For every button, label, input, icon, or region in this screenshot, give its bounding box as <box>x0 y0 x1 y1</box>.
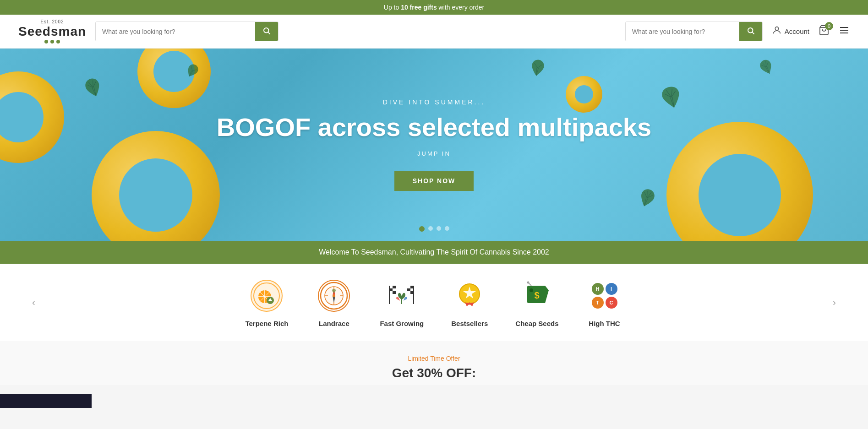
hero-subtitle: DIVE INTO SUMMER... <box>217 98 651 106</box>
search-icon-right <box>747 27 755 36</box>
svg-rect-38 <box>410 288 414 291</box>
cheap-seeds-icon: $ <box>521 280 553 312</box>
search-input-left[interactable] <box>96 22 255 41</box>
account-icon <box>772 25 782 38</box>
terpene-rich-icon-wrapper <box>248 277 285 314</box>
svg-rect-27 <box>389 286 393 288</box>
landrace-label: Landrace <box>319 320 349 327</box>
bestsellers-icon-wrapper <box>451 277 488 314</box>
logo-dots <box>44 40 60 43</box>
svg-point-2 <box>748 28 753 33</box>
carousel-dot-4[interactable] <box>445 226 449 231</box>
category-terpene-rich[interactable]: Terpene Rich <box>245 277 288 327</box>
cheap-seeds-icon-wrapper: $ <box>519 277 555 314</box>
top-banner: Up to 10 free gifts with every order <box>0 0 868 15</box>
hero-content: DIVE INTO SUMMER... BOGOF across selecte… <box>217 98 651 191</box>
svg-rect-39 <box>407 291 410 294</box>
terpene-rich-icon <box>251 280 283 312</box>
bestsellers-icon <box>453 280 486 312</box>
shop-now-button[interactable]: SHOP NOW <box>394 171 474 191</box>
thc-c-circle: C <box>606 297 617 309</box>
account-label: Account <box>785 27 809 35</box>
info-bar: Welcome To Seedsman, Cultivating The Spi… <box>0 241 868 264</box>
svg-rect-40 <box>410 291 414 294</box>
cart-button[interactable]: 0 <box>819 25 830 38</box>
fast-growing-icon-wrapper <box>383 277 420 314</box>
bottom-dark-bar <box>0 394 92 408</box>
thc-t-circle: T <box>592 297 604 309</box>
svg-rect-37 <box>407 288 410 291</box>
header: Est. 2002 Seedsman <box>0 15 868 49</box>
svg-point-25 <box>333 294 335 297</box>
cheap-seeds-label: Cheap Seeds <box>515 320 558 327</box>
search-button-right[interactable] <box>739 22 762 41</box>
info-bar-text: Welcome To Seedsman, Cultivating The Spi… <box>319 248 549 256</box>
categories-list: Terpene Rich <box>49 277 819 327</box>
category-landrace[interactable]: Landrace <box>316 277 352 327</box>
thc-i-circle: I <box>606 283 617 295</box>
bestsellers-label: Bestsellers <box>451 320 488 327</box>
svg-line-1 <box>268 32 270 34</box>
svg-point-45 <box>530 288 533 292</box>
landrace-icon-wrapper <box>316 277 352 314</box>
fast-growing-icon <box>386 280 418 312</box>
svg-line-47 <box>529 283 531 286</box>
logo[interactable]: Est. 2002 Seedsman <box>18 19 86 43</box>
thc-h-circle: H <box>592 283 604 295</box>
svg-line-3 <box>752 32 754 34</box>
carousel-dot-1[interactable] <box>419 226 425 232</box>
landrace-icon <box>318 280 350 312</box>
terpene-rich-label: Terpene Rich <box>245 320 288 327</box>
carousel-dots <box>419 226 449 232</box>
category-high-thc[interactable]: H I T C High THC <box>586 277 623 327</box>
svg-rect-28 <box>393 286 396 288</box>
high-thc-label: High THC <box>589 320 620 327</box>
search-input-right[interactable] <box>626 22 739 41</box>
search-button-left[interactable] <box>255 22 278 41</box>
hamburger-menu[interactable] <box>839 25 850 38</box>
svg-text:$: $ <box>534 290 539 300</box>
category-cheap-seeds[interactable]: $ Cheap Seeds <box>515 277 558 327</box>
logo-name: Seedsman <box>18 24 86 39</box>
fast-growing-label: Fast Growing <box>380 320 424 327</box>
limited-offer-label: Limited Time Offer <box>9 355 859 362</box>
account-button[interactable]: Account <box>772 25 809 38</box>
banner-text: Up to 10 free gifts with every order <box>384 4 484 11</box>
category-bestsellers[interactable]: Bestsellers <box>451 277 488 327</box>
categories-prev-arrow[interactable]: ‹ <box>27 293 40 312</box>
svg-rect-32 <box>393 291 396 294</box>
limited-offer-title: Get 30% OFF: <box>9 366 859 380</box>
svg-rect-36 <box>410 286 414 288</box>
svg-rect-30 <box>393 288 396 291</box>
svg-rect-35 <box>407 286 410 288</box>
carousel-dot-3[interactable] <box>437 226 441 231</box>
thc-circles: H I T C <box>592 283 617 309</box>
carousel-dot-2[interactable] <box>428 226 433 231</box>
categories-section: ‹ <box>0 264 868 341</box>
svg-rect-31 <box>389 291 393 294</box>
limited-offer-section: Limited Time Offer Get 30% OFF: <box>0 341 868 385</box>
search-bar-right <box>625 22 763 41</box>
category-fast-growing[interactable]: Fast Growing <box>380 277 424 327</box>
svg-point-48 <box>527 282 529 283</box>
svg-point-0 <box>264 28 269 33</box>
high-thc-icon-wrapper: H I T C <box>586 277 623 314</box>
header-right: Account 0 <box>625 22 850 41</box>
hero-title: BOGOF across selected multipacks <box>217 113 651 141</box>
logo-est: Est. 2002 <box>40 19 64 24</box>
search-bar-left <box>95 22 278 41</box>
svg-rect-29 <box>389 288 393 291</box>
search-icon-left <box>262 27 271 36</box>
hero-banner: DIVE INTO SUMMER... BOGOF across selecte… <box>0 49 868 241</box>
categories-inner: ‹ <box>27 277 841 327</box>
cannabis-leaf-2 <box>525 56 550 84</box>
high-thc-icon: H I T C <box>589 280 621 312</box>
cart-badge: 0 <box>825 22 833 30</box>
svg-point-4 <box>775 27 778 30</box>
categories-next-arrow[interactable]: › <box>828 293 841 312</box>
hero-jump: JUMP IN <box>217 150 651 157</box>
